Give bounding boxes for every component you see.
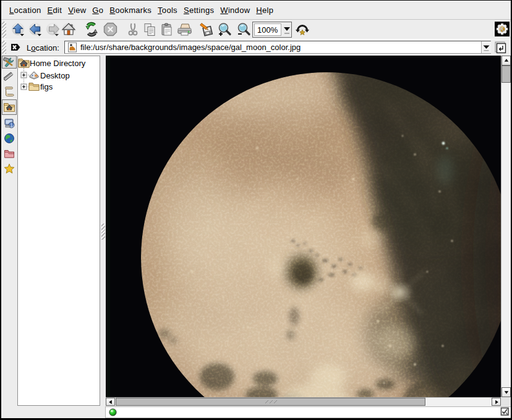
svg-text:K: K <box>500 25 505 33</box>
